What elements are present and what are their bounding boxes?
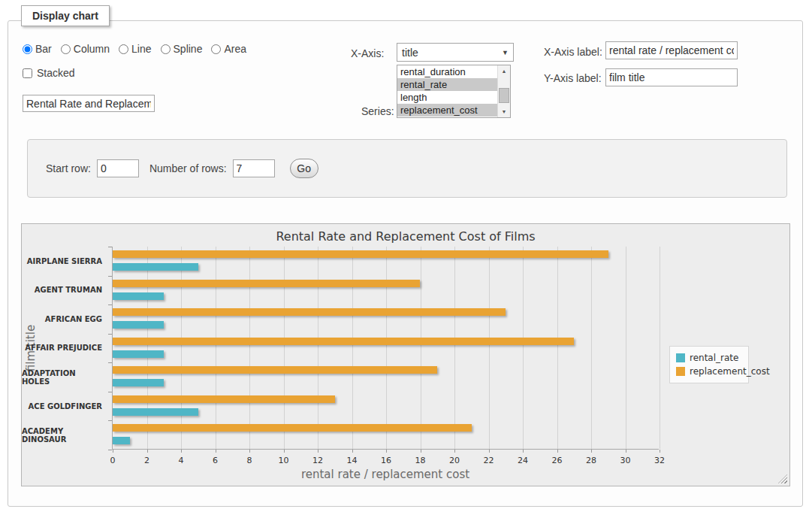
scrollbar-thumb[interactable] bbox=[499, 88, 509, 103]
x-axis-tick bbox=[421, 450, 421, 453]
scroll-up-icon[interactable]: ▲ bbox=[498, 65, 510, 77]
x-tick-label: 6 bbox=[213, 456, 218, 465]
x-axis-tick bbox=[216, 450, 216, 453]
y-axis-tick bbox=[108, 247, 112, 247]
series-select-label: Series: bbox=[361, 105, 394, 117]
radio-spline[interactable] bbox=[161, 44, 171, 54]
radio-column[interactable] bbox=[61, 44, 71, 54]
gridline bbox=[352, 247, 353, 449]
start-row-input[interactable] bbox=[97, 159, 139, 177]
x-axis-tick bbox=[352, 450, 353, 453]
x-axis-tick bbox=[249, 450, 250, 453]
radio-line[interactable] bbox=[119, 44, 128, 54]
x-tick-label: 14 bbox=[347, 456, 358, 465]
radio-column-label: Column bbox=[74, 43, 110, 55]
gridline bbox=[523, 247, 524, 449]
x-tick-label: 12 bbox=[312, 456, 323, 465]
x-tick-label: 16 bbox=[381, 456, 391, 465]
radio-bar[interactable] bbox=[23, 44, 32, 54]
bar-replacement_cost bbox=[113, 424, 472, 432]
x-tick-label: 24 bbox=[518, 456, 528, 465]
x-tick-label: 0 bbox=[110, 456, 116, 465]
x-tick-label: 20 bbox=[449, 456, 460, 465]
radio-bar-label: Bar bbox=[35, 43, 52, 55]
chart-panel: Rental Rate and Replacement Cost of Film… bbox=[21, 223, 790, 486]
y-axis-tick bbox=[108, 334, 112, 335]
x-axis-tick bbox=[626, 450, 626, 453]
category-label: AFRICAN EGG bbox=[22, 304, 107, 334]
bar-replacement_cost bbox=[113, 250, 608, 258]
plot-area: 02468101214161820222426283032 bbox=[112, 247, 659, 450]
chart-type-radio-group: Bar Column Line Spline Area bbox=[23, 43, 252, 55]
x-axis-tick bbox=[181, 450, 182, 453]
x-axis-tick bbox=[284, 450, 285, 453]
bar-rental_rate bbox=[113, 350, 164, 358]
num-rows-input[interactable] bbox=[233, 159, 275, 177]
legend-item-rental-rate[interactable]: rental_rate bbox=[676, 351, 742, 365]
x-axis-label-input[interactable] bbox=[605, 41, 738, 59]
y-axis-tick bbox=[108, 420, 112, 421]
gridline bbox=[421, 247, 421, 449]
stacked-checkbox[interactable] bbox=[23, 68, 32, 78]
gridline bbox=[216, 247, 216, 449]
x-axis-tick bbox=[318, 450, 318, 453]
chart-title: Rental Rate and Replacement Cost of Film… bbox=[22, 229, 789, 244]
fieldset-legend: Display chart bbox=[21, 5, 110, 26]
legend-item-replacement-cost[interactable]: replacement_cost bbox=[676, 365, 742, 378]
bar-rental_rate bbox=[113, 292, 164, 300]
y-axis-tick bbox=[108, 304, 112, 305]
radio-spline-label: Spline bbox=[174, 43, 203, 55]
y-axis-label-label: Y-Axis label: bbox=[544, 72, 602, 84]
x-tick-label: 26 bbox=[552, 456, 563, 465]
chart-title-input[interactable] bbox=[23, 95, 155, 112]
legend-label-replacement-cost: replacement_cost bbox=[690, 366, 770, 377]
category-axis-labels: AIRPLANE SIERRAAGENT TRUMANAFRICAN EGGAF… bbox=[22, 247, 107, 450]
series-option-replacement-cost[interactable]: replacement_cost bbox=[397, 104, 497, 117]
gridline bbox=[147, 247, 148, 449]
bar-replacement_cost bbox=[113, 338, 574, 345]
series-multiselect[interactable]: rental_duration rental_rate length repla… bbox=[397, 65, 511, 118]
stacked-row: Stacked bbox=[23, 67, 75, 79]
legend-label-rental-rate: rental_rate bbox=[690, 353, 738, 363]
num-rows-label: Number of rows: bbox=[149, 162, 227, 174]
gridline bbox=[181, 247, 182, 449]
x-axis-tick bbox=[147, 450, 148, 453]
category-label: AFFAIR PREJUDICE bbox=[22, 334, 107, 363]
radio-area-label: Area bbox=[224, 43, 246, 55]
series-option-rental-duration[interactable]: rental_duration bbox=[397, 65, 497, 78]
x-tick-label: 22 bbox=[484, 456, 494, 465]
category-label: ACADEMY DINOSAUR bbox=[22, 420, 107, 450]
stacked-label: Stacked bbox=[37, 67, 75, 79]
x-axis-tick bbox=[113, 450, 113, 453]
gridline bbox=[249, 247, 250, 449]
y-axis-tick bbox=[108, 362, 112, 363]
x-tick-label: 10 bbox=[279, 456, 289, 465]
radio-area[interactable] bbox=[211, 44, 221, 54]
gridline bbox=[660, 247, 660, 449]
x-axis-tick bbox=[523, 450, 524, 453]
series-option-length[interactable]: length bbox=[397, 91, 497, 104]
x-axis-title: rental rate / replacement cost bbox=[112, 468, 659, 481]
category-label: AGENT TRUMAN bbox=[22, 276, 107, 305]
go-button[interactable]: Go bbox=[290, 159, 318, 178]
resize-handle-icon[interactable] bbox=[778, 474, 787, 483]
x-axis-tick bbox=[454, 450, 455, 453]
bar-replacement_cost bbox=[113, 308, 506, 316]
gridline bbox=[557, 247, 558, 449]
x-tick-label: 8 bbox=[247, 456, 252, 465]
series-scrollbar[interactable]: ▲ ▼ bbox=[497, 65, 510, 117]
legend-swatch-replacement-cost bbox=[676, 367, 685, 376]
x-axis-tick bbox=[386, 450, 387, 453]
legend-swatch-rental-rate bbox=[676, 353, 685, 362]
y-axis-label-input[interactable] bbox=[605, 68, 738, 86]
gridline bbox=[454, 247, 455, 449]
x-tick-label: 2 bbox=[144, 456, 149, 465]
category-label: ACE GOLDFINGER bbox=[22, 392, 107, 421]
chart-legend: rental_rate replacement_cost bbox=[669, 346, 749, 383]
series-option-rental-rate[interactable]: rental_rate bbox=[397, 78, 497, 91]
bar-rental_rate bbox=[113, 408, 198, 416]
x-axis-select[interactable]: title ▼ bbox=[397, 43, 514, 62]
category-label: AIRPLANE SIERRA bbox=[22, 247, 107, 276]
scroll-down-icon[interactable]: ▼ bbox=[498, 106, 510, 117]
gridline bbox=[318, 247, 318, 449]
